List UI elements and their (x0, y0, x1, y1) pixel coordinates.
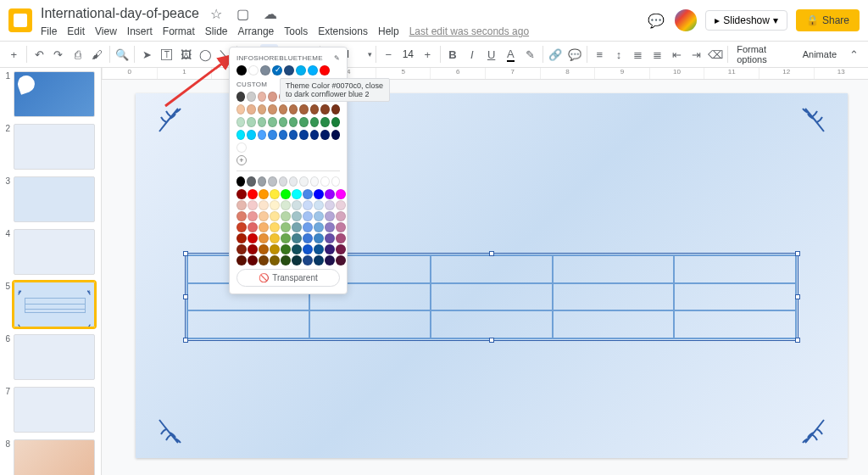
color-swatch[interactable] (268, 130, 276, 140)
decrease-indent-button[interactable]: ⇤ (668, 44, 686, 64)
color-swatch[interactable] (308, 65, 318, 75)
bulleted-list-button[interactable]: ≣ (648, 44, 666, 64)
color-swatch[interactable] (289, 130, 298, 140)
color-swatch[interactable] (259, 255, 269, 265)
color-swatch[interactable] (325, 244, 335, 254)
last-edit-link[interactable]: Last edit was seconds ago (409, 25, 529, 37)
color-swatch[interactable] (259, 244, 269, 254)
cloud-status-icon[interactable]: ☁ (260, 3, 281, 24)
color-swatch[interactable] (247, 104, 255, 115)
textbox-tool[interactable]: 🅃 (158, 44, 175, 64)
color-swatch[interactable] (258, 104, 266, 115)
color-swatch[interactable] (268, 104, 276, 115)
table-cell[interactable] (674, 283, 796, 311)
menu-view[interactable]: View (95, 25, 117, 37)
bold-button[interactable]: B (444, 44, 462, 64)
color-swatch[interactable] (303, 211, 313, 221)
color-swatch[interactable] (325, 255, 335, 265)
numbered-list-button[interactable]: ≣ (629, 44, 647, 64)
table-cell[interactable] (553, 283, 675, 311)
print-button[interactable]: ⎙ (69, 44, 86, 64)
color-swatch[interactable] (258, 92, 266, 102)
color-swatch[interactable] (303, 255, 313, 265)
color-swatch[interactable] (248, 200, 258, 210)
color-swatch[interactable] (270, 211, 280, 221)
color-swatch[interactable] (325, 211, 335, 221)
color-swatch[interactable] (236, 104, 245, 115)
color-swatch[interactable] (336, 233, 346, 243)
color-swatch[interactable] (236, 176, 245, 187)
move-icon[interactable]: ▢ (233, 3, 253, 24)
color-swatch[interactable] (331, 117, 340, 127)
color-swatch[interactable] (310, 130, 319, 140)
animate-button[interactable]: Animate (798, 49, 842, 59)
color-swatch[interactable] (336, 211, 346, 221)
color-swatch[interactable] (268, 92, 276, 102)
color-swatch[interactable] (336, 189, 346, 199)
color-swatch[interactable] (299, 104, 308, 115)
color-swatch[interactable] (270, 189, 280, 199)
color-swatch[interactable] (236, 92, 245, 102)
color-swatch[interactable] (268, 117, 276, 127)
slide-thumbnail-8[interactable] (14, 439, 95, 475)
meet-avatar-icon[interactable] (675, 9, 697, 31)
font-size-increase[interactable]: + (419, 44, 437, 64)
menu-extensions[interactable]: Extensions (318, 25, 368, 37)
color-swatch[interactable] (260, 65, 270, 75)
color-swatch[interactable] (314, 211, 324, 221)
color-swatch[interactable] (236, 233, 247, 243)
color-swatch[interactable] (320, 176, 329, 187)
color-swatch[interactable] (296, 65, 306, 75)
color-swatch[interactable] (331, 130, 340, 140)
color-swatch[interactable] (236, 222, 247, 232)
color-swatch[interactable] (236, 130, 245, 140)
table-cell[interactable] (431, 283, 553, 311)
menu-slide[interactable]: Slide (205, 25, 228, 37)
color-swatch[interactable] (292, 200, 302, 210)
star-icon[interactable]: ☆ (206, 3, 226, 24)
italic-button[interactable]: I (463, 44, 481, 64)
insert-link-button[interactable]: 🔗 (546, 44, 564, 64)
color-swatch[interactable] (279, 130, 287, 140)
color-swatch[interactable] (248, 65, 259, 75)
color-swatch[interactable] (236, 211, 247, 221)
color-swatch[interactable] (303, 222, 313, 232)
color-swatch[interactable] (336, 244, 346, 254)
menu-file[interactable]: File (41, 25, 57, 37)
color-swatch[interactable] (292, 233, 302, 243)
select-tool[interactable]: ➤ (138, 44, 156, 64)
redo-button[interactable]: ↷ (49, 44, 67, 64)
menu-help[interactable]: Help (378, 25, 399, 37)
table-cell[interactable] (553, 310, 675, 338)
color-swatch[interactable] (299, 176, 308, 187)
color-swatch[interactable] (303, 189, 313, 199)
color-swatch[interactable] (281, 211, 291, 221)
color-swatch[interactable] (331, 104, 340, 115)
color-swatch[interactable] (247, 92, 255, 102)
color-swatch[interactable] (310, 117, 319, 127)
image-tool[interactable]: 🖼 (177, 44, 195, 64)
highlight-color-button[interactable]: ✎ (521, 44, 539, 64)
add-comment-button[interactable]: 💬 (565, 44, 583, 64)
color-swatch[interactable] (236, 244, 247, 254)
transparent-button[interactable]: 🚫 Transparent (236, 269, 340, 287)
color-swatch[interactable] (281, 222, 291, 232)
color-swatch[interactable] (248, 189, 258, 199)
color-swatch[interactable] (292, 211, 302, 221)
menu-insert[interactable]: Insert (127, 25, 153, 37)
color-swatch[interactable] (236, 142, 247, 153)
color-swatch[interactable] (314, 189, 324, 199)
clear-formatting-button[interactable]: ⌫ (707, 44, 725, 64)
color-swatch[interactable] (310, 176, 319, 187)
color-swatch[interactable] (325, 233, 335, 243)
color-swatch[interactable] (270, 255, 280, 265)
color-swatch[interactable] (299, 130, 308, 140)
color-swatch[interactable] (258, 176, 266, 187)
color-swatch[interactable] (320, 130, 329, 140)
color-swatch[interactable] (292, 255, 302, 265)
color-swatch[interactable] (281, 233, 291, 243)
color-swatch[interactable] (325, 222, 335, 232)
comment-history-icon[interactable]: 💬 (646, 10, 666, 31)
color-swatch[interactable] (279, 176, 287, 187)
color-swatch[interactable] (336, 200, 346, 210)
